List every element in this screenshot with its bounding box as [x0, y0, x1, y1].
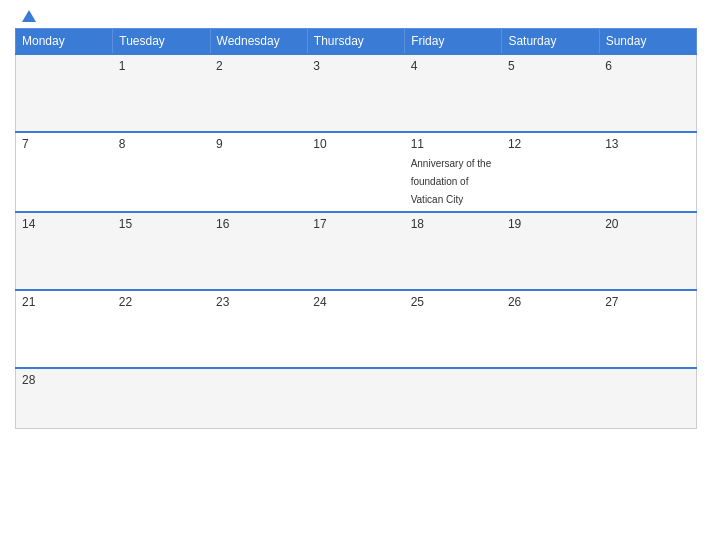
header	[15, 10, 697, 20]
calendar-cell: 28	[16, 368, 113, 428]
weekday-header-saturday: Saturday	[502, 29, 599, 55]
week-row-4: 21222324252627	[16, 290, 697, 368]
calendar-cell	[307, 368, 404, 428]
calendar-cell: 3	[307, 54, 404, 132]
day-number: 5	[508, 59, 593, 73]
calendar-cell: 17	[307, 212, 404, 290]
event-text: Anniversary of the foundation of Vatican…	[411, 158, 492, 205]
day-number: 25	[411, 295, 496, 309]
day-number: 28	[22, 373, 107, 387]
calendar-cell: 1	[113, 54, 210, 132]
day-number: 18	[411, 217, 496, 231]
calendar-cell	[210, 368, 307, 428]
calendar-cell: 15	[113, 212, 210, 290]
calendar-cell	[599, 368, 696, 428]
day-number: 27	[605, 295, 690, 309]
logo-triangle-icon	[22, 10, 36, 22]
day-number: 15	[119, 217, 204, 231]
day-number: 19	[508, 217, 593, 231]
weekday-header-row: MondayTuesdayWednesdayThursdayFridaySatu…	[16, 29, 697, 55]
calendar-table: MondayTuesdayWednesdayThursdayFridaySatu…	[15, 28, 697, 429]
day-number: 10	[313, 137, 398, 151]
day-number: 6	[605, 59, 690, 73]
calendar-cell: 6	[599, 54, 696, 132]
calendar-cell: 22	[113, 290, 210, 368]
day-number: 21	[22, 295, 107, 309]
day-number: 3	[313, 59, 398, 73]
calendar-cell: 26	[502, 290, 599, 368]
day-number: 17	[313, 217, 398, 231]
calendar-cell: 10	[307, 132, 404, 212]
calendar-cell: 5	[502, 54, 599, 132]
week-row-1: 123456	[16, 54, 697, 132]
calendar-cell: 20	[599, 212, 696, 290]
calendar-cell: 12	[502, 132, 599, 212]
day-number: 9	[216, 137, 301, 151]
calendar-cell: 11Anniversary of the foundation of Vatic…	[405, 132, 502, 212]
day-number: 13	[605, 137, 690, 151]
calendar-cell: 25	[405, 290, 502, 368]
weekday-header-thursday: Thursday	[307, 29, 404, 55]
calendar-cell: 9	[210, 132, 307, 212]
day-number: 11	[411, 137, 496, 151]
day-number: 20	[605, 217, 690, 231]
logo	[20, 10, 36, 20]
week-row-3: 14151617181920	[16, 212, 697, 290]
day-number: 14	[22, 217, 107, 231]
calendar-cell: 14	[16, 212, 113, 290]
calendar-cell	[16, 54, 113, 132]
calendar-cell: 23	[210, 290, 307, 368]
day-number: 22	[119, 295, 204, 309]
calendar-cell: 18	[405, 212, 502, 290]
calendar-cell	[502, 368, 599, 428]
weekday-header-wednesday: Wednesday	[210, 29, 307, 55]
weekday-header-friday: Friday	[405, 29, 502, 55]
day-number: 23	[216, 295, 301, 309]
calendar-cell	[113, 368, 210, 428]
page: MondayTuesdayWednesdayThursdayFridaySatu…	[0, 0, 712, 550]
day-number: 16	[216, 217, 301, 231]
calendar-cell: 24	[307, 290, 404, 368]
day-number: 1	[119, 59, 204, 73]
day-number: 26	[508, 295, 593, 309]
day-number: 4	[411, 59, 496, 73]
weekday-header-tuesday: Tuesday	[113, 29, 210, 55]
week-row-2: 7891011Anniversary of the foundation of …	[16, 132, 697, 212]
day-number: 8	[119, 137, 204, 151]
day-number: 7	[22, 137, 107, 151]
calendar-cell: 27	[599, 290, 696, 368]
calendar-cell: 21	[16, 290, 113, 368]
day-number: 12	[508, 137, 593, 151]
day-number: 2	[216, 59, 301, 73]
weekday-header-sunday: Sunday	[599, 29, 696, 55]
calendar-cell: 13	[599, 132, 696, 212]
calendar-cell: 7	[16, 132, 113, 212]
calendar-cell	[405, 368, 502, 428]
calendar-cell: 16	[210, 212, 307, 290]
calendar-cell: 4	[405, 54, 502, 132]
weekday-header-monday: Monday	[16, 29, 113, 55]
day-number: 24	[313, 295, 398, 309]
week-row-5: 28	[16, 368, 697, 428]
calendar-cell: 19	[502, 212, 599, 290]
calendar-cell: 2	[210, 54, 307, 132]
calendar-cell: 8	[113, 132, 210, 212]
